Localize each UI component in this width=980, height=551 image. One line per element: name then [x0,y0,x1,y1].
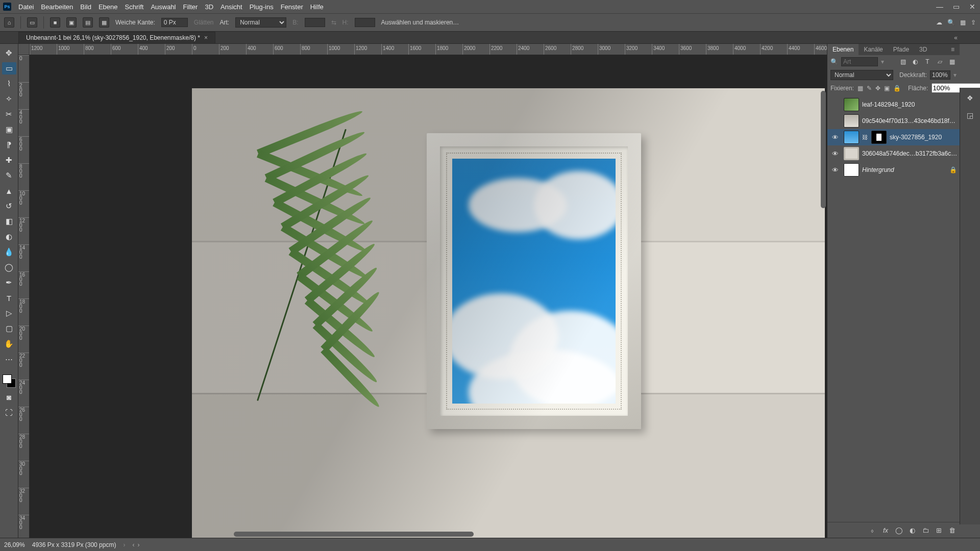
delete-layer-icon[interactable]: 🗑 [947,525,957,535]
lock-all-icon[interactable]: 🔒 [893,84,901,92]
layer-mask-icon[interactable]: ◯ [894,525,903,535]
menu-item[interactable]: Ansicht [220,3,242,11]
layer-lock-icon[interactable]: 🔒 [949,166,958,173]
new-layer-icon[interactable]: ⊞ [934,525,943,535]
layer-style-icon[interactable]: fx [881,525,890,535]
lasso-tool[interactable]: ⌇ [2,78,16,90]
layer-row[interactable]: 👁Hintergrund🔒 [827,162,960,178]
share-icon[interactable]: ⇪ [971,19,976,26]
search-icon[interactable]: 🔍 [947,19,955,26]
layer-name[interactable]: leaf-1482948_1920 [862,101,958,108]
opacity-input[interactable] [930,70,950,80]
layer-visibility-icon[interactable]: 👁 [829,166,841,174]
type-tool[interactable]: T [2,292,16,304]
layer-row[interactable]: 09c540e4f70d13…43ce46bd18f3f2 [827,113,960,129]
hand-tool[interactable]: ✋ [2,338,16,350]
menu-item[interactable]: Ebene [99,3,118,11]
layer-visibility-icon[interactable]: 👁 [829,134,841,141]
move-tool[interactable]: ✥ [2,47,16,59]
minimize-button[interactable]: — [935,3,944,11]
blend-mode-select[interactable]: Normal [830,70,893,80]
selection-intersect-icon[interactable]: ▦ [99,17,109,28]
foreground-color-swatch[interactable] [3,374,12,384]
feather-input[interactable] [161,18,188,27]
menu-item[interactable]: Fenster [281,3,303,11]
layer-thumbnail[interactable] [844,131,859,144]
selection-add-icon[interactable]: ▣ [66,17,77,28]
restore-button[interactable]: ▭ [951,3,961,11]
zoom-level[interactable]: 26,09% [4,541,25,548]
panel-tab-layers[interactable]: Ebenen [827,44,859,55]
lock-transparent-icon[interactable]: ▦ [857,84,863,92]
menu-item[interactable]: Plug-ins [250,3,274,11]
lock-pixels-icon[interactable]: ✎ [867,84,872,92]
quick-mask-icon[interactable]: ◙ [2,391,16,403]
document-info[interactable]: 4936 Px x 3319 Px (300 ppcm) [32,541,116,548]
frame-tool[interactable]: ▣ [2,123,16,136]
edit-toolbar-icon[interactable]: ⋯ [2,353,16,365]
ruler-origin[interactable] [18,44,30,55]
clone-stamp-tool[interactable]: ▲ [2,185,16,197]
adjustment-layer-icon[interactable]: ◐ [908,525,917,535]
canvas-scrollbar-horizontal[interactable] [234,532,474,537]
canvas-stage[interactable] [30,55,827,538]
timeline-prev-icon[interactable]: ‹ [132,541,134,548]
marquee-tool-preset[interactable]: ▭ [27,17,37,28]
layer-name[interactable]: Hintergrund [862,166,946,173]
selection-new-icon[interactable]: ■ [50,17,60,28]
menu-item[interactable]: Bild [80,3,91,11]
layer-name[interactable]: 306048a5746dec…b3172fb3a6c08 [862,150,958,157]
filter-pixel-icon[interactable]: ▧ [898,57,908,66]
brush-tool[interactable]: ✎ [2,169,16,182]
layer-thumbnail[interactable] [844,98,859,111]
pen-tool[interactable]: ✒ [2,277,16,289]
horizontal-ruler[interactable]: 1200100080060040020002004006008001000120… [30,44,827,55]
path-selection-tool[interactable]: ▷ [2,307,16,319]
style-select[interactable]: Normal [235,17,286,28]
selection-subtract-icon[interactable]: ▤ [83,17,93,28]
rail-layers-icon[interactable]: ❖ [964,92,976,104]
layer-row[interactable]: 👁306048a5746dec…b3172fb3a6c08 [827,145,960,162]
panel-menu-icon[interactable]: ≡ [946,44,960,55]
close-tab-icon[interactable]: × [204,34,208,41]
lock-artboard-icon[interactable]: ▣ [884,84,890,92]
rectangle-tool[interactable]: ▢ [2,322,16,335]
document-tab[interactable]: Unbenannt-1 bei 26,1% (sky-3027856_1920,… [18,32,215,43]
cloud-docs-icon[interactable]: ☁ [936,19,942,26]
blur-tool[interactable]: 💧 [2,246,16,258]
filter-type-icon[interactable]: T [923,57,932,66]
rectangular-marquee-tool[interactable]: ▭ [2,62,16,74]
home-button[interactable]: ⌂ [4,17,14,28]
screen-mode-icon[interactable]: ⛶ [2,406,16,418]
crop-tool[interactable]: ✂ [2,108,16,120]
eyedropper-tool[interactable]: ⁋ [2,139,16,151]
menu-item[interactable]: Datei [18,3,34,11]
panel-tab-channels[interactable]: Kanäle [859,44,888,55]
workspace-icon[interactable]: ▦ [960,19,966,26]
doc-info-chevron-icon[interactable]: › [123,541,125,548]
canvas-scrollbar-vertical[interactable] [821,91,826,448]
timeline-next-icon[interactable]: › [137,541,139,548]
select-and-mask-button[interactable]: Auswählen und maskieren… [381,19,459,26]
layer-thumbnail[interactable] [844,147,859,160]
layer-filter-input[interactable] [841,57,878,66]
new-group-icon[interactable]: 🗀 [921,525,930,535]
menu-item[interactable]: Schrift [125,3,144,11]
layer-mask-link-icon[interactable]: ⛓ [862,134,868,140]
link-layers-icon[interactable]: ⬨ [868,525,877,535]
healing-brush-tool[interactable]: ✚ [2,154,16,166]
filter-shape-icon[interactable]: ▱ [935,57,944,66]
lock-position-icon[interactable]: ✥ [875,84,880,92]
layer-name[interactable]: 09c540e4f70d13…43ce46bd18f3f2 [862,117,958,124]
close-button[interactable]: ✕ [968,3,977,11]
menu-item[interactable]: 3D [205,3,213,11]
layer-thumbnail[interactable] [844,114,859,128]
layer-row[interactable]: 👁⛓sky-3027856_1920 [827,129,960,145]
eraser-tool[interactable]: ◧ [2,215,16,228]
layer-visibility-icon[interactable]: 👁 [829,150,841,158]
menu-item[interactable]: Hilfe [310,3,324,11]
history-brush-tool[interactable]: ↺ [2,200,16,212]
document-image[interactable] [192,88,825,538]
layer-thumbnail[interactable] [844,163,859,177]
gradient-tool[interactable]: ◐ [2,231,16,243]
